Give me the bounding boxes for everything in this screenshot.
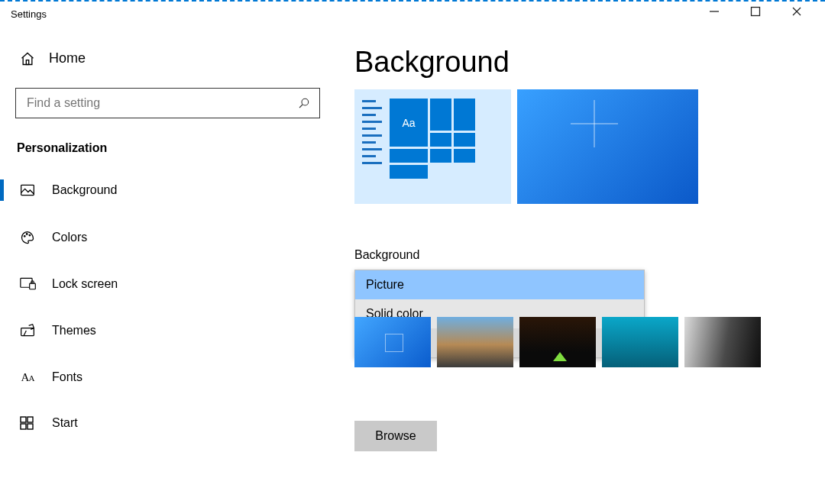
fonts-icon: AA xyxy=(20,371,35,384)
sidebar-item-start[interactable]: Start xyxy=(15,410,320,436)
preview-tiles: Aa xyxy=(390,99,475,195)
sidebar-item-colors[interactable]: Colors xyxy=(15,224,320,251)
svg-rect-17 xyxy=(21,424,26,429)
search-box[interactable] xyxy=(15,88,320,118)
maximize-button[interactable] xyxy=(749,5,762,18)
thumbnail[interactable] xyxy=(602,317,678,367)
svg-line-6 xyxy=(299,105,302,108)
thumbnail[interactable] xyxy=(684,317,761,367)
settings-window: Settings Home Perso xyxy=(0,0,825,504)
home-icon xyxy=(20,51,35,66)
svg-point-8 xyxy=(24,236,25,237)
browse-button[interactable]: Browse xyxy=(354,421,437,451)
picture-icon xyxy=(20,183,35,198)
sidebar-item-background[interactable]: Background xyxy=(15,176,320,204)
sidebar-item-lock-screen[interactable]: Lock screen xyxy=(15,271,320,297)
page-title: Background xyxy=(354,46,802,79)
preview-sample-text: Aa xyxy=(390,99,428,147)
title-bar: Settings xyxy=(0,2,825,26)
palette-icon xyxy=(20,230,35,245)
category-heading: Personalization xyxy=(15,138,320,176)
preview-start-panel: Aa xyxy=(354,89,511,204)
home-link[interactable]: Home xyxy=(15,34,320,83)
dropdown-option-picture[interactable]: Picture xyxy=(355,270,644,299)
svg-rect-16 xyxy=(28,417,33,422)
thumbnail[interactable] xyxy=(354,317,431,367)
window-controls xyxy=(707,5,825,18)
background-section-label: Background xyxy=(354,248,802,262)
sidebar-item-label: Fonts xyxy=(52,370,82,384)
content-pane: Background Aa Background Picture xyxy=(336,26,825,504)
svg-rect-18 xyxy=(28,424,33,429)
sidebar-item-themes[interactable]: Themes xyxy=(15,317,320,344)
svg-rect-4 xyxy=(26,60,28,64)
sidebar-item-label: Lock screen xyxy=(52,277,118,291)
sidebar: Home Personalization Background xyxy=(0,26,336,504)
sidebar-item-label: Themes xyxy=(52,324,96,338)
svg-point-5 xyxy=(302,99,309,105)
preview-menu-lines xyxy=(362,99,382,195)
sidebar-item-label: Colors xyxy=(52,231,87,244)
svg-rect-15 xyxy=(21,417,26,422)
home-label: Home xyxy=(49,50,86,66)
svg-line-14 xyxy=(24,331,26,336)
svg-rect-12 xyxy=(30,283,36,289)
svg-rect-1 xyxy=(752,8,760,16)
window-title: Settings xyxy=(11,8,47,20)
sidebar-item-label: Start xyxy=(52,416,78,430)
themes-icon xyxy=(20,323,35,338)
sidebar-item-label: Background xyxy=(52,183,117,197)
svg-point-10 xyxy=(29,234,31,236)
start-icon xyxy=(20,416,35,430)
search-input[interactable] xyxy=(25,95,298,111)
theme-preview: Aa xyxy=(354,89,698,204)
sidebar-item-fonts[interactable]: AA Fonts xyxy=(15,364,320,390)
minimize-button[interactable] xyxy=(707,5,721,18)
nav-list: Background Colors Lock screen xyxy=(15,176,320,436)
lockscreen-icon xyxy=(20,277,35,291)
close-button[interactable] xyxy=(790,5,804,18)
picture-thumbnails xyxy=(354,317,761,367)
search-icon xyxy=(298,97,310,109)
thumbnail[interactable] xyxy=(437,317,513,367)
svg-point-9 xyxy=(26,234,28,235)
preview-wallpaper xyxy=(517,89,698,204)
thumbnail[interactable] xyxy=(519,317,596,367)
windows-logo-icon xyxy=(571,100,618,147)
